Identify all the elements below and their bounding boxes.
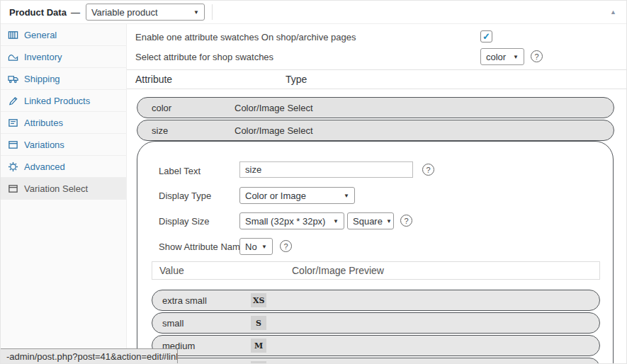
preview-badge: XS bbox=[251, 293, 266, 307]
help-icon[interactable]: ? bbox=[280, 240, 292, 252]
sidebar-item-inventory[interactable]: Inventory bbox=[1, 46, 126, 68]
chevron-down-icon: ▼ bbox=[193, 9, 199, 16]
window-icon bbox=[8, 140, 18, 150]
sidebar-item-attributes[interactable]: Attributes bbox=[1, 112, 126, 134]
title-dash: — bbox=[71, 7, 80, 18]
chevron-down-icon: ▼ bbox=[513, 54, 519, 60]
gear-icon bbox=[8, 161, 18, 172]
chevron-down-icon: ▼ bbox=[261, 244, 267, 250]
sidebar-item-label: Advanced bbox=[24, 161, 65, 172]
display-size-label: Display Size bbox=[159, 216, 210, 227]
sidebar-item-label: Inventory bbox=[24, 52, 62, 62]
chart-icon bbox=[8, 52, 18, 62]
sidebar-item-label: General bbox=[24, 30, 57, 40]
help-icon[interactable]: ? bbox=[422, 164, 434, 176]
sidebar-item-label: Shipping bbox=[24, 74, 60, 84]
variation-select-panel: Enable one attribute swatches On shop/ar… bbox=[127, 24, 626, 364]
show-attribute-name-label: Show Attribute Name bbox=[159, 241, 245, 252]
enable-swatches-checkbox[interactable]: ✓ bbox=[480, 30, 492, 42]
attributes-table-header: Attribute Type bbox=[127, 69, 626, 89]
preview-badge: M bbox=[251, 339, 266, 353]
display-type-select[interactable]: Color or Image ▼ bbox=[239, 187, 355, 204]
window-icon bbox=[8, 183, 18, 194]
list-box-icon bbox=[8, 118, 18, 128]
product-type-select[interactable]: Variable product ▼ bbox=[86, 4, 205, 21]
label-text-label: Label Text bbox=[159, 166, 200, 176]
display-size-select[interactable]: Small (32px * 32px) ▼ bbox=[239, 212, 344, 229]
chevron-down-icon: ▼ bbox=[386, 218, 392, 224]
value-row-extra-small[interactable]: extra small XS bbox=[152, 290, 600, 311]
sidebar-item-variation-select[interactable]: Variation Select bbox=[1, 178, 126, 200]
shop-attribute-select[interactable]: color ▼ bbox=[480, 48, 524, 65]
sidebar-item-label: Variation Select bbox=[24, 183, 88, 194]
display-shape-value: Square bbox=[353, 216, 383, 227]
show-attribute-name-select[interactable]: No ▼ bbox=[239, 238, 273, 255]
metabox-header: Product Data — Variable product ▼ ▲ bbox=[1, 1, 626, 24]
enable-swatches-label: Enable one attribute swatches On shop/ar… bbox=[135, 32, 356, 42]
sidebar-item-advanced[interactable]: Advanced bbox=[1, 156, 126, 178]
collapse-toggle-icon[interactable]: ▲ bbox=[610, 8, 616, 16]
sidebar-item-label: Variations bbox=[24, 140, 64, 150]
chevron-down-icon: ▼ bbox=[333, 218, 339, 224]
display-type-label: Display Type bbox=[159, 190, 211, 201]
attribute-row-size[interactable]: size Color/Image Select bbox=[137, 120, 614, 141]
metabox-body: General Inventory Shipping Linked Produc… bbox=[1, 24, 626, 364]
value-column-header: Value bbox=[152, 265, 292, 276]
attribute-type: Color/Image Select bbox=[235, 103, 313, 113]
product-data-tabs: General Inventory Shipping Linked Produc… bbox=[1, 24, 127, 364]
value-name: small bbox=[152, 318, 251, 329]
preview-column-header: Color/Image Preview bbox=[292, 265, 384, 276]
shop-attribute-value: color bbox=[486, 52, 506, 62]
value-row-small[interactable]: small S bbox=[152, 312, 600, 334]
display-size-value: Small (32px * 32px) bbox=[245, 216, 325, 227]
shop-attribute-label: Select attribute for shop swatches bbox=[135, 52, 273, 62]
sidebar-item-label: Attributes bbox=[24, 118, 63, 128]
status-bar-url: -admin/post.php?post=41&action=edit#link… bbox=[6, 351, 178, 362]
panel-striped-icon bbox=[8, 30, 18, 40]
checkmark-icon: ✓ bbox=[482, 31, 490, 42]
attribute-name: size bbox=[137, 125, 235, 136]
product-data-metabox: Product Data — Variable product ▼ ▲ Gene… bbox=[0, 0, 627, 364]
preview-badge: S bbox=[251, 316, 266, 330]
value-row-medium[interactable]: medium M bbox=[152, 335, 600, 356]
label-text-input[interactable] bbox=[239, 161, 413, 178]
truck-icon bbox=[8, 74, 18, 84]
help-icon[interactable]: ? bbox=[400, 215, 412, 227]
header-divider bbox=[212, 4, 213, 20]
metabox-title: Product Data bbox=[9, 7, 67, 18]
chevron-down-icon: ▼ bbox=[344, 193, 349, 199]
sidebar-item-variations[interactable]: Variations bbox=[1, 134, 126, 156]
sidebar-item-linked-products[interactable]: Linked Products bbox=[1, 90, 126, 112]
pencil-link-icon bbox=[8, 96, 18, 106]
value-row-large[interactable]: L bbox=[152, 358, 600, 364]
sidebar-item-general[interactable]: General bbox=[1, 24, 126, 46]
attribute-type: Color/Image Select bbox=[235, 125, 313, 136]
preview-badge: L bbox=[251, 361, 266, 364]
browser-status-bar: -admin/post.php?post=41&action=edit#link… bbox=[1, 348, 178, 363]
attribute-row-color[interactable]: color Color/Image Select bbox=[137, 97, 614, 118]
values-table-header: Value Color/Image Preview bbox=[152, 261, 600, 280]
attribute-column-header: Attribute bbox=[127, 74, 286, 85]
sidebar-item-label: Linked Products bbox=[24, 96, 90, 106]
show-attribute-name-value: No bbox=[245, 241, 257, 252]
display-type-value: Color or Image bbox=[245, 190, 306, 201]
display-shape-select[interactable]: Square ▼ bbox=[347, 212, 394, 229]
type-column-header: Type bbox=[286, 74, 307, 85]
size-attribute-settings-panel: Label Text ? Display Type Color or Image… bbox=[137, 141, 614, 364]
product-type-value: Variable product bbox=[91, 7, 158, 18]
sidebar-item-shipping[interactable]: Shipping bbox=[1, 68, 126, 90]
value-name: extra small bbox=[152, 295, 251, 306]
help-icon[interactable]: ? bbox=[531, 50, 543, 62]
attribute-name: color bbox=[137, 103, 235, 113]
